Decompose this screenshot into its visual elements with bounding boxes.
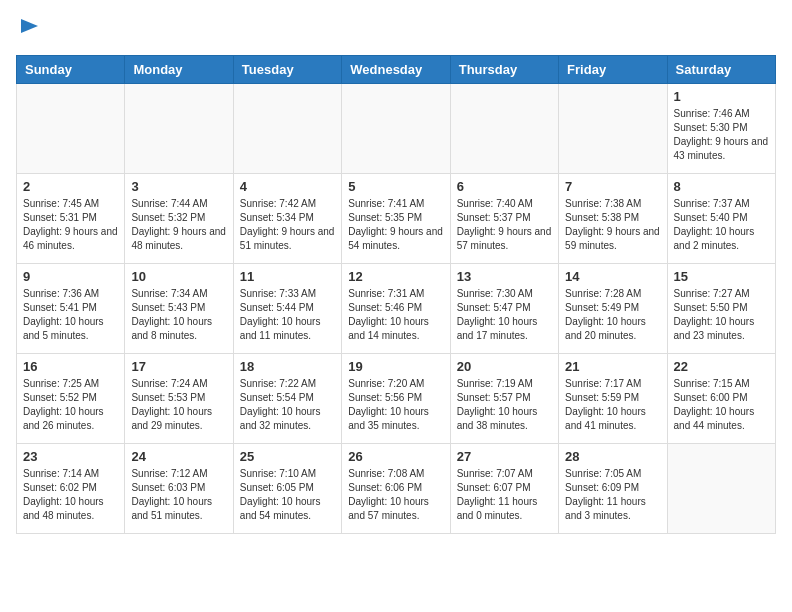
- day-info: Sunrise: 7:14 AM Sunset: 6:02 PM Dayligh…: [23, 467, 118, 523]
- calendar-week-row: 9Sunrise: 7:36 AM Sunset: 5:41 PM Daylig…: [17, 264, 776, 354]
- day-info: Sunrise: 7:36 AM Sunset: 5:41 PM Dayligh…: [23, 287, 118, 343]
- day-info: Sunrise: 7:41 AM Sunset: 5:35 PM Dayligh…: [348, 197, 443, 253]
- page-header: [16, 16, 776, 43]
- calendar-day-cell: 16Sunrise: 7:25 AM Sunset: 5:52 PM Dayli…: [17, 354, 125, 444]
- day-info: Sunrise: 7:19 AM Sunset: 5:57 PM Dayligh…: [457, 377, 552, 433]
- day-number: 24: [131, 449, 226, 464]
- calendar-day-cell: 2Sunrise: 7:45 AM Sunset: 5:31 PM Daylig…: [17, 174, 125, 264]
- calendar-day-cell: 27Sunrise: 7:07 AM Sunset: 6:07 PM Dayli…: [450, 444, 558, 534]
- calendar-day-cell: [559, 84, 667, 174]
- calendar-day-cell: 12Sunrise: 7:31 AM Sunset: 5:46 PM Dayli…: [342, 264, 450, 354]
- calendar-day-cell: 11Sunrise: 7:33 AM Sunset: 5:44 PM Dayli…: [233, 264, 341, 354]
- day-info: Sunrise: 7:25 AM Sunset: 5:52 PM Dayligh…: [23, 377, 118, 433]
- day-info: Sunrise: 7:44 AM Sunset: 5:32 PM Dayligh…: [131, 197, 226, 253]
- calendar-week-row: 23Sunrise: 7:14 AM Sunset: 6:02 PM Dayli…: [17, 444, 776, 534]
- day-info: Sunrise: 7:27 AM Sunset: 5:50 PM Dayligh…: [674, 287, 769, 343]
- day-number: 25: [240, 449, 335, 464]
- day-info: Sunrise: 7:05 AM Sunset: 6:09 PM Dayligh…: [565, 467, 660, 523]
- day-info: Sunrise: 7:45 AM Sunset: 5:31 PM Dayligh…: [23, 197, 118, 253]
- calendar-day-cell: 20Sunrise: 7:19 AM Sunset: 5:57 PM Dayli…: [450, 354, 558, 444]
- day-number: 27: [457, 449, 552, 464]
- weekday-header: Monday: [125, 56, 233, 84]
- calendar-day-cell: 13Sunrise: 7:30 AM Sunset: 5:47 PM Dayli…: [450, 264, 558, 354]
- calendar-day-cell: 17Sunrise: 7:24 AM Sunset: 5:53 PM Dayli…: [125, 354, 233, 444]
- calendar-day-cell: 21Sunrise: 7:17 AM Sunset: 5:59 PM Dayli…: [559, 354, 667, 444]
- day-number: 14: [565, 269, 660, 284]
- calendar-week-row: 2Sunrise: 7:45 AM Sunset: 5:31 PM Daylig…: [17, 174, 776, 264]
- day-info: Sunrise: 7:33 AM Sunset: 5:44 PM Dayligh…: [240, 287, 335, 343]
- day-info: Sunrise: 7:37 AM Sunset: 5:40 PM Dayligh…: [674, 197, 769, 253]
- calendar-day-cell: 15Sunrise: 7:27 AM Sunset: 5:50 PM Dayli…: [667, 264, 775, 354]
- weekday-header: Saturday: [667, 56, 775, 84]
- day-number: 15: [674, 269, 769, 284]
- logo-flag-icon: [18, 16, 40, 38]
- calendar-day-cell: 6Sunrise: 7:40 AM Sunset: 5:37 PM Daylig…: [450, 174, 558, 264]
- day-info: Sunrise: 7:15 AM Sunset: 6:00 PM Dayligh…: [674, 377, 769, 433]
- calendar-day-cell: 5Sunrise: 7:41 AM Sunset: 5:35 PM Daylig…: [342, 174, 450, 264]
- day-info: Sunrise: 7:10 AM Sunset: 6:05 PM Dayligh…: [240, 467, 335, 523]
- calendar-day-cell: [233, 84, 341, 174]
- day-info: Sunrise: 7:22 AM Sunset: 5:54 PM Dayligh…: [240, 377, 335, 433]
- calendar-day-cell: 1Sunrise: 7:46 AM Sunset: 5:30 PM Daylig…: [667, 84, 775, 174]
- day-info: Sunrise: 7:08 AM Sunset: 6:06 PM Dayligh…: [348, 467, 443, 523]
- day-number: 11: [240, 269, 335, 284]
- day-info: Sunrise: 7:24 AM Sunset: 5:53 PM Dayligh…: [131, 377, 226, 433]
- day-info: Sunrise: 7:42 AM Sunset: 5:34 PM Dayligh…: [240, 197, 335, 253]
- svg-marker-0: [21, 19, 38, 33]
- day-number: 21: [565, 359, 660, 374]
- logo: [16, 16, 40, 43]
- day-number: 4: [240, 179, 335, 194]
- day-info: Sunrise: 7:28 AM Sunset: 5:49 PM Dayligh…: [565, 287, 660, 343]
- day-number: 10: [131, 269, 226, 284]
- day-number: 12: [348, 269, 443, 284]
- calendar-day-cell: [450, 84, 558, 174]
- calendar-day-cell: [17, 84, 125, 174]
- calendar-day-cell: 3Sunrise: 7:44 AM Sunset: 5:32 PM Daylig…: [125, 174, 233, 264]
- day-number: 23: [23, 449, 118, 464]
- day-number: 7: [565, 179, 660, 194]
- day-info: Sunrise: 7:40 AM Sunset: 5:37 PM Dayligh…: [457, 197, 552, 253]
- day-info: Sunrise: 7:38 AM Sunset: 5:38 PM Dayligh…: [565, 197, 660, 253]
- day-number: 26: [348, 449, 443, 464]
- day-number: 6: [457, 179, 552, 194]
- day-number: 16: [23, 359, 118, 374]
- day-number: 19: [348, 359, 443, 374]
- day-info: Sunrise: 7:17 AM Sunset: 5:59 PM Dayligh…: [565, 377, 660, 433]
- day-info: Sunrise: 7:34 AM Sunset: 5:43 PM Dayligh…: [131, 287, 226, 343]
- day-number: 1: [674, 89, 769, 104]
- day-info: Sunrise: 7:20 AM Sunset: 5:56 PM Dayligh…: [348, 377, 443, 433]
- day-info: Sunrise: 7:31 AM Sunset: 5:46 PM Dayligh…: [348, 287, 443, 343]
- weekday-header: Friday: [559, 56, 667, 84]
- calendar-day-cell: [667, 444, 775, 534]
- calendar-day-cell: 23Sunrise: 7:14 AM Sunset: 6:02 PM Dayli…: [17, 444, 125, 534]
- calendar-table: SundayMondayTuesdayWednesdayThursdayFrid…: [16, 55, 776, 534]
- calendar-day-cell: [342, 84, 450, 174]
- weekday-header: Sunday: [17, 56, 125, 84]
- day-number: 9: [23, 269, 118, 284]
- calendar-day-cell: 7Sunrise: 7:38 AM Sunset: 5:38 PM Daylig…: [559, 174, 667, 264]
- calendar-day-cell: 26Sunrise: 7:08 AM Sunset: 6:06 PM Dayli…: [342, 444, 450, 534]
- calendar-day-cell: 18Sunrise: 7:22 AM Sunset: 5:54 PM Dayli…: [233, 354, 341, 444]
- day-info: Sunrise: 7:30 AM Sunset: 5:47 PM Dayligh…: [457, 287, 552, 343]
- day-info: Sunrise: 7:07 AM Sunset: 6:07 PM Dayligh…: [457, 467, 552, 523]
- weekday-header: Wednesday: [342, 56, 450, 84]
- calendar-day-cell: 9Sunrise: 7:36 AM Sunset: 5:41 PM Daylig…: [17, 264, 125, 354]
- calendar-week-row: 1Sunrise: 7:46 AM Sunset: 5:30 PM Daylig…: [17, 84, 776, 174]
- calendar-day-cell: [125, 84, 233, 174]
- calendar-day-cell: 19Sunrise: 7:20 AM Sunset: 5:56 PM Dayli…: [342, 354, 450, 444]
- calendar-day-cell: 10Sunrise: 7:34 AM Sunset: 5:43 PM Dayli…: [125, 264, 233, 354]
- day-number: 20: [457, 359, 552, 374]
- calendar-day-cell: 8Sunrise: 7:37 AM Sunset: 5:40 PM Daylig…: [667, 174, 775, 264]
- calendar-week-row: 16Sunrise: 7:25 AM Sunset: 5:52 PM Dayli…: [17, 354, 776, 444]
- day-number: 13: [457, 269, 552, 284]
- weekday-header: Tuesday: [233, 56, 341, 84]
- day-number: 3: [131, 179, 226, 194]
- day-number: 17: [131, 359, 226, 374]
- day-number: 2: [23, 179, 118, 194]
- day-number: 8: [674, 179, 769, 194]
- day-info: Sunrise: 7:46 AM Sunset: 5:30 PM Dayligh…: [674, 107, 769, 163]
- day-number: 5: [348, 179, 443, 194]
- calendar-day-cell: 4Sunrise: 7:42 AM Sunset: 5:34 PM Daylig…: [233, 174, 341, 264]
- calendar-day-cell: 25Sunrise: 7:10 AM Sunset: 6:05 PM Dayli…: [233, 444, 341, 534]
- weekday-header-row: SundayMondayTuesdayWednesdayThursdayFrid…: [17, 56, 776, 84]
